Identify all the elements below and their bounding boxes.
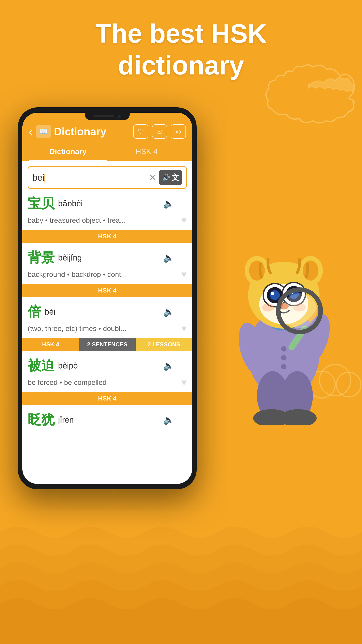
phone-camera — [117, 115, 121, 118]
hsk-tag-3: HSK 4 — [22, 338, 79, 351]
word-definition-3: (two, three, etc) times • doubl... — [28, 324, 126, 333]
app-header: ‹ 📖 Dictionary ♡ ⊡ ◎ Dictionary HSK 4 — [22, 113, 192, 161]
microphone-icon: 🔊 — [162, 174, 170, 181]
word-chinese-2: 背景 — [28, 249, 54, 267]
word-chinese-5: 眨犹 — [28, 411, 54, 429]
wave-background — [0, 488, 362, 644]
word-tags-3: HSK 4 2 SENTENCES 2 LESSONS — [22, 338, 192, 351]
header-top-row: ‹ 📖 Dictionary ♡ ⊡ ◎ — [28, 124, 186, 139]
word-def-row-1: baby • treasured object • trea... ♥ — [28, 215, 187, 226]
word-item-3[interactable]: 倍 bèi 🔈 (two, three, etc) times • doubl.… — [22, 297, 192, 351]
word-item-1[interactable]: 宝贝 bǎobèi 🔈 baby • treasured object • tr… — [22, 189, 192, 243]
chinese-char-icon: 文 — [171, 172, 179, 183]
word-info-2: 背景 bèijǐng — [28, 249, 163, 267]
word-definition-1: baby • treasured object • trea... — [28, 216, 126, 224]
word-pinyin-5: jǐrén — [58, 415, 74, 425]
search-bar: bei ✕ 🔊 文 — [28, 166, 187, 189]
header-actions: ♡ ⊡ ◎ — [133, 124, 186, 139]
favorite-icon-btn[interactable]: ♡ — [133, 124, 148, 139]
word-sound-5[interactable]: 🔈 — [163, 414, 174, 425]
search-section: bei ✕ 🔊 文 — [22, 161, 192, 189]
back-button[interactable]: ‹ — [28, 125, 33, 138]
settings-icon-btn[interactable]: ◎ — [171, 124, 186, 139]
word-sound-4[interactable]: 🔈 — [163, 360, 174, 371]
voice-translate-btn[interactable]: 🔊 文 — [159, 170, 182, 185]
word-pinyin-2: bèijǐng — [58, 253, 82, 262]
translate-icon-btn[interactable]: ⊡ — [152, 124, 167, 139]
phone-mockup: ‹ 📖 Dictionary ♡ ⊡ ◎ Dictionary HSK 4 — [18, 107, 197, 489]
word-heart-1[interactable]: ♥ — [181, 215, 187, 226]
word-sound-2[interactable]: 🔈 — [163, 252, 174, 263]
word-pinyin-3: bèi — [45, 307, 55, 317]
word-sound-1[interactable]: 🔈 — [163, 198, 174, 209]
tab-hsk4[interactable]: HSK 4 — [107, 143, 186, 161]
word-heart-2[interactable]: ♥ — [181, 269, 187, 280]
sentences-tag-3[interactable]: 2 SENTENCES — [79, 338, 135, 351]
word-tags-1: HSK 4 — [22, 230, 192, 243]
word-chinese-3: 倍 — [28, 303, 41, 321]
hsk-tag-4: HSK 4 — [22, 392, 192, 405]
tab-dictionary[interactable]: Dictionary — [28, 143, 107, 161]
word-def-row-4: be forced • be compelled ♥ — [28, 377, 187, 388]
word-pinyin-4: bèipò — [58, 361, 78, 370]
svg-point-24 — [262, 304, 274, 312]
hsk-tag-2: HSK 4 — [22, 284, 192, 297]
word-main-row-3: 倍 bèi 🔈 — [28, 303, 187, 321]
search-input[interactable]: bei — [32, 173, 147, 183]
word-chinese-1: 宝贝 — [28, 194, 54, 213]
word-item-5[interactable]: 眨犹 jǐrén 🔈 — [22, 405, 192, 429]
svg-point-6 — [281, 364, 287, 370]
word-info-1: 宝贝 bǎobèi — [28, 194, 163, 213]
svg-point-17 — [270, 290, 280, 300]
word-tags-4: HSK 4 — [22, 392, 192, 405]
word-def-row-3: (two, three, etc) times • doubl... ♥ — [28, 323, 187, 334]
word-info-4: 被迫 bèipò — [28, 357, 163, 375]
word-main-row-4: 被迫 bèipò 🔈 — [28, 357, 187, 375]
word-heart-3[interactable]: ♥ — [181, 323, 187, 334]
word-pinyin-1: bǎobèi — [58, 199, 83, 208]
word-sound-3[interactable]: 🔈 — [163, 306, 174, 317]
hero-title: The best HSK dictionary — [0, 18, 362, 81]
hsk-tag-1: HSK 4 — [22, 230, 192, 243]
clear-button[interactable]: ✕ — [149, 172, 157, 183]
word-heart-4[interactable]: ♥ — [181, 377, 187, 388]
svg-point-18 — [271, 292, 274, 295]
svg-point-28 — [282, 294, 317, 328]
phone-notch — [85, 113, 130, 120]
hero-title-line1: The best HSK — [0, 18, 362, 50]
word-info-5: 眨犹 jǐrén — [28, 411, 163, 429]
phone-screen: ‹ 📖 Dictionary ♡ ⊡ ◎ Dictionary HSK 4 — [22, 113, 192, 484]
dictionary-icon: 📖 — [36, 125, 51, 138]
word-main-row-2: 背景 bèijǐng 🔈 — [28, 249, 187, 267]
app-tabs: Dictionary HSK 4 — [28, 143, 186, 161]
cursor — [44, 174, 45, 182]
word-def-row-2: background • backdrop • cont... ♥ — [28, 269, 187, 280]
word-tags-2: HSK 4 — [22, 284, 192, 297]
word-main-row-5: 眨犹 jǐrén 🔈 — [28, 411, 187, 429]
lessons-tag-3[interactable]: 2 LESSONS — [136, 338, 192, 351]
word-list: 宝贝 bǎobèi 🔈 baby • treasured object • tr… — [22, 189, 192, 429]
word-item-2[interactable]: 背景 bèijǐng 🔈 background • backdrop • con… — [22, 243, 192, 297]
phone-speaker — [94, 116, 114, 117]
svg-point-5 — [281, 355, 287, 360]
hero-title-line2: dictionary — [0, 50, 362, 82]
word-item-4[interactable]: 被迫 bèipò 🔈 be forced • be compelled ♥ HS… — [22, 351, 192, 405]
word-info-3: 倍 bèi — [28, 303, 163, 321]
svg-point-4 — [281, 346, 287, 352]
word-chinese-4: 被迫 — [28, 357, 54, 375]
app-title: Dictionary — [54, 126, 106, 138]
word-main-row-1: 宝贝 bǎobèi 🔈 — [28, 194, 187, 213]
header-left: ‹ 📖 Dictionary — [28, 125, 106, 138]
word-definition-4: be forced • be compelled — [28, 378, 107, 386]
mascot — [194, 201, 362, 425]
word-definition-2: background • backdrop • cont... — [28, 270, 127, 278]
